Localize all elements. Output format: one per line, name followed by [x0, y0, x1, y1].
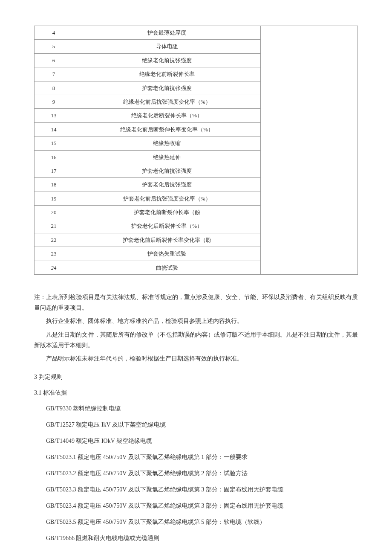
row-number: 6 — [35, 53, 73, 67]
standard-item: GB/T14049 额定电压 IOkV 架空绝缘电缆 — [34, 435, 358, 447]
row-description: 护套最薄处厚度 — [73, 26, 261, 40]
subsection-heading: 3.1 标准依据 — [34, 387, 358, 398]
row-description: 护套老化后抗张强度 — [73, 178, 261, 192]
standard-item: GB/T5023.5 额定电压 450/750V 及以下聚氯乙烯绝缘电缆第 5 … — [34, 516, 358, 528]
row-description: 绝缘老化前抗张强度 — [73, 53, 261, 67]
row-description: 护套老化前断裂伸长率（酚 — [73, 206, 261, 219]
row-number: 5 — [35, 40, 73, 53]
row-number: 19 — [35, 192, 73, 205]
row-number: 4 — [35, 26, 73, 40]
row-number: 22 — [35, 233, 73, 247]
row-number: 20 — [35, 206, 73, 219]
row-description: 护套老化后断裂伸长率（%） — [73, 219, 261, 233]
standard-item: GB/T5023.4 额定电压 450/750V 及以下聚氯乙烯绝缘电缆第 3 … — [34, 500, 358, 512]
row-description: 护套老化前后断裂伸长率变化率（盼 — [73, 233, 261, 247]
row-description: 绝缘热延伸 — [73, 150, 261, 164]
row-number: 23 — [35, 247, 73, 261]
row-number: 7 — [35, 67, 73, 81]
row-description: 曲挠试验 — [73, 261, 261, 274]
inspection-items-table: 4护套最薄处厚度5导体电阻6绝缘老化前抗张强度7绝缘老化前断裂伸长率8护套老化前… — [34, 26, 358, 275]
empty-cell — [261, 26, 358, 275]
paragraph-text: 执行企业标准、团体标准、地方标准的产品，检验项目参照上述内容执行。 — [34, 316, 358, 326]
standard-item: GB/T19666 阻燃和耐火电线电缆或光缆通则 — [34, 532, 358, 544]
row-number: 13 — [35, 109, 73, 122]
row-description: 绝缘老化后断裂伸长率（%） — [73, 109, 261, 122]
paragraph-text: 凡是注日期的文件，其随后所有的修改单（不包括勘误的内容）或修订版不适用于本细则。… — [34, 329, 358, 351]
row-number: 9 — [35, 95, 73, 108]
row-description: 绝缘热收缩 — [73, 137, 261, 150]
standard-item: GB/T12527 额定电压 IkV 及以下架空绝缘电缆 — [34, 419, 358, 431]
row-description: 护套老化前后抗张强度变化率（%） — [73, 192, 261, 205]
table-row: 4护套最薄处厚度 — [35, 26, 358, 40]
row-description: 护套老化前抗张强度 — [73, 164, 261, 177]
row-number: 8 — [35, 81, 73, 95]
row-description: 绝缘老化前后断裂伸长率变化率（%） — [73, 122, 261, 136]
standard-item: GB/T5023.2 额定电压 450/750V 及以下聚氯乙烯绝缘电缆第 2 … — [34, 468, 358, 479]
row-number: 14 — [35, 122, 73, 136]
note-text: 注：上表所列检验项目是有关法律法规、标准等规定的，重点涉及健康、安全、节能、环保… — [34, 292, 358, 313]
row-number: 24 — [35, 261, 73, 274]
row-description: 绝缘老化前断裂伸长率 — [73, 67, 261, 81]
row-number: 16 — [35, 150, 73, 164]
standards-list: GB/T9330 塑料绝缘控制电缆GB/T12527 额定电压 IkV 及以下架… — [34, 403, 358, 544]
standard-item: GB/T5023.1 额定电压 450/750V 及以下聚氯乙烯绝缘电缆第 1 … — [34, 451, 358, 463]
section-heading: 3 判定规则 — [34, 372, 358, 382]
standard-item: GB/T5023.3 额定电压 450/750V 及以下聚氯乙烯绝缘电缆第 3 … — [34, 484, 358, 496]
row-number: 21 — [35, 219, 73, 233]
standard-item: GB/T9330 塑料绝缘控制电缆 — [34, 403, 358, 415]
row-number: 15 — [35, 137, 73, 150]
row-description: 导体电阻 — [73, 40, 261, 53]
row-number: 18 — [35, 178, 73, 192]
row-number: 17 — [35, 164, 73, 177]
row-description: 绝缘老化前后抗张强度变化率（%） — [73, 95, 261, 108]
paragraph-text: 产品明示标准未标注年代号的，检验时根据生产日期选择有效的执行标准。 — [34, 353, 358, 364]
row-description: 护套热失重试验 — [73, 247, 261, 261]
row-description: 护套老化前抗张强度 — [73, 81, 261, 95]
